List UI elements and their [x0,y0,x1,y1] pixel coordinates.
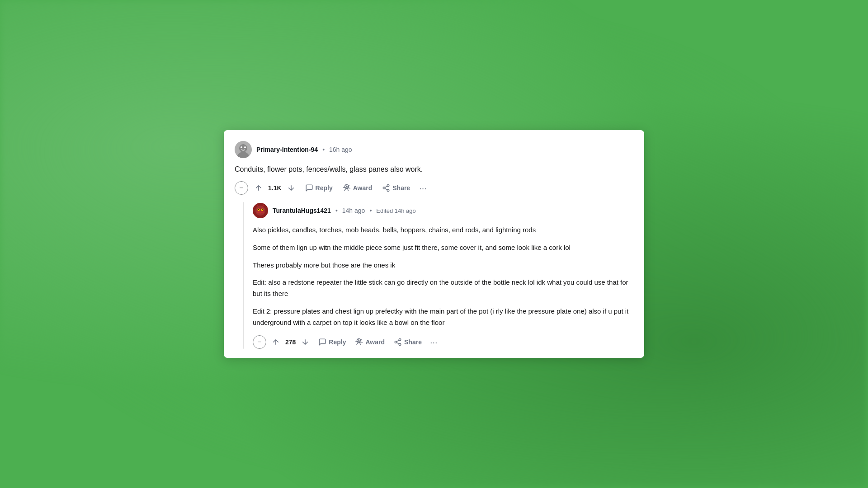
comment-action-bar: − 1.1K [235,181,633,195]
reply-paragraph-2: Some of them lign up witn the middle pie… [253,242,633,253]
minus-icon: − [239,184,243,192]
reply-paragraph-4: Edit: also a redstone repeater the littl… [253,277,633,300]
reply-dot2: • [369,207,372,214]
reply-award-button[interactable]: Award [351,336,388,348]
reply-vote-group: 278 [268,336,313,348]
reply-award-label: Award [365,338,385,346]
svg-line-10 [385,186,387,188]
comment-body: Conduits, flower pots, fences/walls, gla… [235,164,633,175]
reply-icon [305,184,313,192]
top-comment: Primary-Intention-94 • 16h ago Conduits,… [235,141,633,195]
award-label: Award [353,184,373,192]
reply-dot: • [335,207,338,214]
reply-paragraph-1: Also pickles, candles, torches, mob head… [253,225,633,236]
reply-upvote-button[interactable] [268,336,283,348]
svg-point-4 [244,146,246,148]
reply-content: TurantulaHugs1421 • 14h ago • Edited 14h… [253,202,633,349]
reply-edited: Edited 14h ago [376,207,415,214]
thread-container: TurantulaHugs1421 • 14h ago • Edited 14h… [235,202,633,349]
reply-action-bar: − 278 [253,335,633,349]
reply-username[interactable]: TurantulaHugs1421 [273,207,331,214]
reply-reply-button[interactable]: Reply [315,336,349,348]
thread-line [243,202,244,349]
reply-downvote-icon [301,338,309,346]
reply-paragraph-5: Edit 2: pressure plates and chest lign u… [253,306,633,328]
downvote-button[interactable] [283,182,299,194]
award-button[interactable]: Award [339,182,376,194]
share-button[interactable]: Share [378,182,414,194]
reply-header: TurantulaHugs1421 • 14h ago • Edited 14h… [253,203,633,218]
reply-award-icon [355,338,363,346]
comment-card: Primary-Intention-94 • 16h ago Conduits,… [224,130,644,358]
reply-share-button[interactable]: Share [390,336,425,348]
more-icon: ··· [419,183,427,193]
avatar [235,141,252,158]
reply-more-icon: ··· [430,337,438,347]
share-icon [382,184,390,192]
dot-separator: • [322,146,325,153]
reply-reply-icon [318,338,326,346]
svg-point-12 [255,206,265,216]
reply-share-icon [394,338,402,346]
comment-timestamp: 16h ago [329,146,352,153]
reply-share-label: Share [404,338,422,346]
reply-minus-icon: − [257,338,261,346]
reply-paragraph-3: Theres probably more but those are the o… [253,260,633,271]
reply-timestamp: 14h ago [342,207,365,214]
reply-avatar [253,203,268,218]
svg-line-22 [396,343,399,344]
downvote-icon [287,184,295,192]
svg-point-3 [241,146,242,148]
reply-downvote-button[interactable] [297,336,313,348]
comment-header: Primary-Intention-94 • 16h ago [235,141,633,158]
reply-reply-label: Reply [329,338,346,346]
reply-label: Reply [316,184,333,192]
reply-more-button[interactable]: ··· [427,337,440,347]
vote-count: 1.1K [268,184,282,192]
svg-line-9 [385,188,387,190]
collapse-button[interactable]: − [235,181,248,195]
more-button[interactable]: ··· [416,183,429,193]
reply-button[interactable]: Reply [302,182,336,194]
reply-upvote-icon [272,338,280,346]
award-icon [343,184,351,192]
reply-vote-count: 278 [285,338,296,346]
share-label: Share [392,184,410,192]
svg-point-15 [258,209,259,210]
vote-group: 1.1K [251,182,299,194]
comment-username[interactable]: Primary-Intention-94 [256,146,318,153]
reply-body: Also pickles, candles, torches, mob head… [253,225,633,328]
svg-point-1 [239,144,247,152]
svg-rect-17 [257,211,264,213]
upvote-icon [255,184,263,192]
svg-line-23 [396,340,399,342]
svg-point-16 [262,209,263,210]
reply-collapse-button[interactable]: − [253,335,266,349]
upvote-button[interactable] [251,182,266,194]
